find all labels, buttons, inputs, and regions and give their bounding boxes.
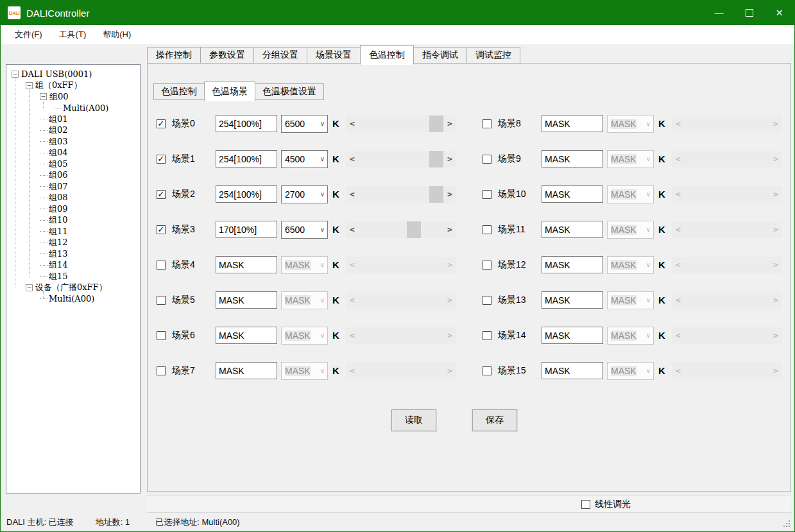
tree-node[interactable]: 组02 — [6, 125, 140, 137]
tree-node-label[interactable]: 组13 — [49, 248, 68, 260]
scroll-left-icon[interactable]: < — [672, 363, 685, 379]
scroll-right-icon[interactable]: > — [769, 221, 782, 238]
slider-track[interactable] — [685, 221, 769, 238]
slider-thumb[interactable] — [407, 221, 421, 238]
minimize-button[interactable]: — — [704, 1, 734, 25]
scroll-left-icon[interactable]: < — [346, 221, 359, 238]
scroll-left-icon[interactable]: < — [672, 221, 685, 238]
tree-node-label[interactable]: 设备（广播0xFF） — [35, 282, 107, 293]
scroll-right-icon[interactable]: > — [443, 292, 456, 309]
scene-level-input[interactable] — [542, 115, 603, 132]
tree-node-label[interactable]: 组12 — [49, 237, 68, 248]
scroll-left-icon[interactable]: < — [346, 186, 359, 203]
read-button[interactable]: 读取 — [391, 409, 436, 431]
tree-node-label[interactable]: Multi(A00) — [49, 294, 94, 304]
scene-level-input[interactable] — [542, 256, 603, 273]
main-tab[interactable]: 色温控制 — [360, 45, 414, 65]
scene-level-input[interactable] — [216, 256, 277, 273]
main-tab[interactable]: 分组设置 — [253, 47, 307, 64]
scene-level-input[interactable] — [216, 362, 277, 379]
scene-level-input[interactable] — [216, 327, 277, 344]
tree-node-label[interactable]: 组02 — [49, 124, 68, 136]
tree-node-label[interactable]: 组10 — [49, 214, 68, 226]
scroll-right-icon[interactable]: > — [443, 116, 456, 132]
scroll-right-icon[interactable]: > — [769, 151, 782, 167]
tree-node[interactable]: 组05 — [6, 159, 140, 170]
scene-kelvin-select[interactable]: MASK ∨ — [607, 185, 654, 203]
main-tab[interactable]: 场景设置 — [307, 47, 361, 64]
menu-file[interactable]: 文件(F) — [6, 25, 51, 44]
scene-checkbox[interactable] — [483, 155, 492, 164]
resize-grip-icon[interactable] — [789, 526, 790, 527]
tree-node-label[interactable]: 组11 — [49, 226, 68, 237]
scene-kelvin-select[interactable]: 6500 ∨ — [281, 115, 328, 133]
scene-level-input[interactable] — [542, 327, 603, 344]
tree-node-label[interactable]: DALI USB(0001) — [21, 69, 92, 79]
slider-thumb[interactable] — [429, 186, 443, 203]
slider-track[interactable] — [685, 116, 769, 132]
scene-kelvin-select[interactable]: MASK ∨ — [281, 362, 328, 380]
scene-level-input[interactable] — [216, 185, 277, 203]
tree-node[interactable]: −组00 — [6, 91, 140, 103]
scroll-right-icon[interactable]: > — [443, 257, 456, 273]
tree-expander-icon[interactable]: − — [40, 93, 47, 100]
scene-kelvin-select[interactable]: MASK ∨ — [607, 362, 654, 380]
scene-checkbox[interactable] — [483, 331, 492, 340]
tree-node[interactable]: −组（0xFF） — [6, 80, 140, 92]
tree-node[interactable]: 组09 — [6, 203, 140, 215]
scroll-right-icon[interactable]: > — [769, 257, 782, 273]
scroll-left-icon[interactable]: < — [672, 257, 685, 273]
slider-track[interactable] — [685, 151, 769, 167]
scroll-right-icon[interactable]: > — [443, 363, 456, 379]
close-button[interactable]: ✕ — [764, 1, 794, 25]
scroll-left-icon[interactable]: < — [346, 151, 359, 167]
scene-kelvin-select[interactable]: 6500 ∨ — [281, 221, 328, 239]
scene-level-input[interactable] — [216, 221, 277, 238]
scene-level-input[interactable] — [542, 221, 603, 238]
slider-thumb[interactable] — [429, 116, 443, 132]
tree-node-label[interactable]: 组07 — [49, 181, 68, 193]
tree-node[interactable]: 组07 — [6, 181, 140, 193]
tree-node-label[interactable]: 组08 — [49, 192, 68, 203]
slider-track[interactable] — [359, 327, 443, 344]
scroll-left-icon[interactable]: < — [346, 116, 359, 132]
scroll-left-icon[interactable]: < — [672, 186, 685, 203]
scene-checkbox[interactable] — [157, 261, 166, 270]
tree-node-label[interactable]: 组00 — [49, 91, 69, 103]
scroll-right-icon[interactable]: > — [443, 221, 456, 238]
tree-node[interactable]: 组12 — [6, 237, 140, 249]
main-tab[interactable]: 指令调试 — [413, 47, 467, 64]
scene-level-input[interactable] — [216, 291, 277, 309]
scroll-right-icon[interactable]: > — [769, 363, 782, 379]
tree-node[interactable]: −DALI USB(0001) — [6, 69, 140, 80]
slider-track[interactable] — [685, 292, 769, 309]
scroll-left-icon[interactable]: < — [346, 327, 359, 344]
scene-checkbox[interactable] — [483, 225, 492, 234]
slider-track[interactable] — [359, 116, 443, 132]
maximize-button[interactable] — [734, 1, 764, 25]
tree-expander-icon[interactable]: − — [12, 71, 19, 78]
tree-node[interactable]: 组03 — [6, 136, 140, 148]
scene-checkbox[interactable] — [483, 119, 492, 128]
slider-track[interactable] — [359, 363, 443, 379]
scene-checkbox[interactable]: ✓ — [157, 155, 166, 164]
scene-level-input[interactable] — [542, 362, 603, 379]
linear-dimming-option[interactable]: 线性调光 — [581, 499, 631, 510]
scene-level-input[interactable] — [542, 150, 603, 167]
scene-checkbox[interactable] — [157, 366, 166, 375]
scroll-right-icon[interactable]: > — [443, 151, 456, 167]
scroll-left-icon[interactable]: < — [672, 292, 685, 309]
scene-kelvin-select[interactable]: 4500 ∨ — [281, 150, 328, 168]
tree-node-label[interactable]: 组09 — [49, 203, 68, 215]
slider-track[interactable] — [359, 221, 443, 238]
tree-node-label[interactable]: 组14 — [49, 259, 68, 271]
tree-node-label[interactable]: 组04 — [49, 147, 68, 159]
tree-node[interactable]: 组06 — [6, 170, 140, 182]
scene-kelvin-select[interactable]: MASK ∨ — [281, 256, 328, 274]
sub-tab[interactable]: 色温场景 — [204, 82, 255, 101]
scroll-left-icon[interactable]: < — [346, 292, 359, 309]
scene-kelvin-select[interactable]: MASK ∨ — [607, 291, 654, 309]
tree-node[interactable]: Multi(A00) — [6, 103, 140, 114]
tree-node[interactable]: 组14 — [6, 260, 140, 271]
tree-node[interactable]: 组15 — [6, 271, 140, 282]
